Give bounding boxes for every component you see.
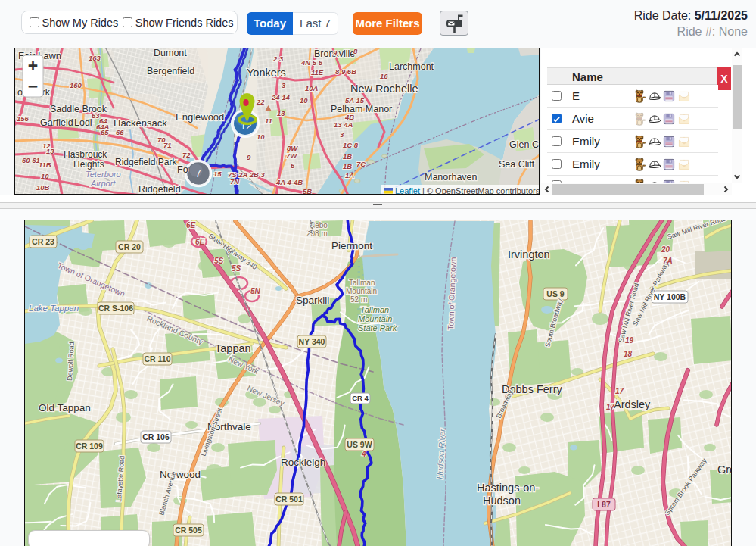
svg-text:CR 110: CR 110: [144, 354, 170, 363]
svg-text:CR 4: CR 4: [352, 394, 369, 402]
svg-text:5A 15: 5A 15: [345, 96, 365, 105]
svg-text:Teterboro: Teterboro: [86, 170, 121, 179]
svg-text:NY 340: NY 340: [299, 337, 325, 346]
svg-text:17: 17: [615, 387, 624, 395]
svg-text:5S: 5S: [232, 264, 241, 273]
svg-text:10: 10: [257, 133, 265, 141]
svg-text:4N 5 6: 4N 5 6: [300, 58, 323, 67]
svg-text:19: 19: [625, 336, 634, 345]
svg-text:1B: 1B: [343, 162, 352, 170]
svg-text:1B: 1B: [343, 152, 352, 161]
svg-text:10: 10: [41, 172, 49, 180]
svg-text:Irvington: Irvington: [508, 248, 550, 261]
svg-text:7W: 7W: [286, 151, 297, 160]
svg-text:6E: 6E: [186, 221, 196, 229]
svg-text:7: 7: [195, 167, 201, 179]
svg-text:Manorhaven: Manorhaven: [425, 172, 478, 183]
svg-text:Ardsley: Ardsley: [614, 398, 651, 410]
svg-text:CR 20: CR 20: [118, 242, 141, 251]
svg-text:11E: 11E: [311, 68, 324, 76]
svg-text:6: 6: [291, 161, 295, 170]
svg-text:Tallman: Tallman: [349, 279, 375, 287]
svg-text:17: 17: [606, 403, 615, 411]
svg-text:9: 9: [333, 48, 338, 57]
svg-text:16: 16: [380, 72, 388, 80]
svg-text:Ridgefield Park: Ridgefield Park: [115, 157, 177, 167]
svg-text:Sea Cliff: Sea Cliff: [499, 159, 535, 170]
svg-text:52 m: 52 m: [350, 295, 367, 304]
svg-text:Pelham Manor: Pelham Manor: [331, 104, 392, 114]
svg-text:9: 9: [247, 153, 251, 161]
svg-text:Ridgefield: Ridgefield: [138, 184, 181, 195]
svg-text:10A: 10A: [305, 84, 319, 92]
svg-text:6E: 6E: [195, 238, 205, 246]
svg-text:8 9 6B: 8 9 6B: [335, 67, 356, 76]
svg-text:Garfield: Garfield: [40, 117, 73, 128]
svg-text:Piermont: Piermont: [331, 240, 372, 251]
svg-text:Yonkers: Yonkers: [247, 67, 286, 79]
svg-text:Englewood: Englewood: [176, 111, 224, 123]
svg-text:Glen Cove: Glen Cove: [509, 139, 540, 150]
svg-text:10: 10: [300, 96, 308, 105]
svg-text:160: 160: [70, 81, 82, 89]
svg-text:New Rochelle: New Rochelle: [350, 83, 418, 95]
svg-text:NY 100B: NY 100B: [654, 292, 686, 301]
svg-text:4A 4-4B: 4A 4-4B: [275, 178, 303, 186]
svg-text:3: 3: [282, 81, 286, 89]
svg-text:Gre: Gre: [717, 463, 732, 476]
svg-text:11B: 11B: [39, 161, 51, 169]
svg-text:Dumont: Dumont: [154, 48, 187, 58]
svg-text:20: 20: [661, 245, 670, 254]
svg-text:24 14: 24 14: [271, 93, 290, 101]
svg-text:Mountain: Mountain: [346, 287, 377, 295]
svg-text:| © OpenStreetMap contributors: | © OpenStreetMap contributors: [422, 186, 540, 195]
svg-text:Hackensack: Hackensack: [114, 117, 167, 129]
svg-text:State Park: State Park: [358, 323, 397, 332]
svg-text:Rockleigh: Rockleigh: [281, 457, 325, 468]
svg-text:Old Tappan: Old Tappan: [39, 402, 91, 413]
svg-text:+: +: [28, 56, 38, 76]
svg-text:Tallman: Tallman: [360, 305, 389, 314]
svg-text:CR 106: CR 106: [142, 432, 170, 441]
svg-text:1A: 1A: [345, 171, 354, 179]
svg-text:13: 13: [46, 147, 54, 155]
svg-text:13 4A: 13 4A: [334, 120, 353, 129]
svg-text:Sparkill: Sparkill: [296, 295, 329, 306]
svg-text:5S: 5S: [214, 257, 224, 265]
svg-text:18: 18: [624, 350, 633, 358]
svg-text:163: 163: [89, 54, 101, 62]
svg-text:65—66: 65—66: [101, 128, 124, 136]
svg-text:10B: 10B: [36, 183, 50, 192]
svg-text:Airport: Airport: [90, 179, 116, 188]
svg-text:Hudson: Hudson: [483, 495, 521, 507]
svg-text:7C: 7C: [356, 160, 366, 168]
svg-text:7A: 7A: [663, 257, 673, 265]
svg-text:Leaflet: Leaflet: [395, 186, 420, 195]
svg-text:11: 11: [265, 117, 272, 125]
svg-text:I 87: I 87: [597, 500, 611, 509]
svg-text:Hasbrouck: Hasbrouck: [64, 149, 107, 160]
svg-text:8: 8: [353, 48, 358, 55]
svg-text:CR 23: CR 23: [32, 237, 54, 246]
svg-text:71: 71: [163, 141, 172, 149]
svg-text:CR 109: CR 109: [76, 441, 103, 451]
svg-text:CR S-106: CR S-106: [98, 304, 133, 313]
svg-text:Heights: Heights: [73, 159, 104, 170]
svg-text:15: 15: [213, 170, 222, 178]
svg-text:7N: 7N: [230, 177, 240, 186]
svg-text:2 3: 2 3: [272, 55, 284, 63]
svg-text:Lake Tappan: Lake Tappan: [29, 304, 79, 313]
svg-text:Larchmont: Larchmont: [389, 61, 434, 72]
svg-text:Mountain: Mountain: [358, 314, 392, 323]
svg-text:1C 8: 1C 8: [343, 141, 359, 149]
svg-text:5B: 5B: [303, 187, 312, 195]
svg-text:60 61: 60 61: [22, 156, 40, 164]
svg-text:Lodi: Lodi: [74, 117, 92, 128]
svg-text:Hastings-on-: Hastings-on-: [477, 482, 539, 494]
svg-text:3: 3: [340, 130, 344, 139]
svg-text:4: 4: [361, 450, 366, 458]
svg-text:13: 13: [277, 109, 285, 117]
svg-text:72: 72: [182, 151, 191, 159]
svg-text:US 9: US 9: [546, 289, 565, 298]
svg-text:CR 505: CR 505: [175, 526, 202, 535]
